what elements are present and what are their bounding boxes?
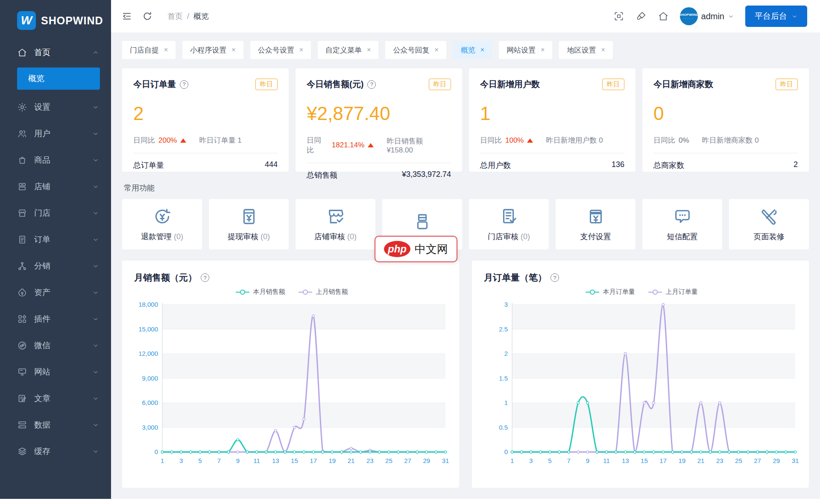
sidebar-item-settings[interactable]: 设置	[0, 94, 111, 120]
sidebar-item-data[interactable]: 数据	[0, 412, 111, 438]
database-icon	[17, 420, 27, 430]
refresh-icon[interactable]	[142, 11, 153, 22]
sidebar-item-assets[interactable]: 资产	[0, 279, 111, 306]
close-icon[interactable]: ×	[434, 46, 438, 54]
legend-last-month[interactable]: 上月订单量	[648, 288, 698, 296]
user-menu[interactable]: SHOPWIND········· admin	[680, 7, 734, 25]
collapse-sidebar-icon[interactable]	[121, 11, 132, 22]
chevron-down-icon	[92, 369, 99, 375]
svg-text:11: 11	[603, 457, 610, 464]
sidebar-item-shops[interactable]: 店铺	[0, 173, 111, 200]
sidebar-item-distribution[interactable]: 分销	[0, 253, 111, 279]
tab-region-settings[interactable]: 地区设置×	[559, 41, 612, 59]
platform-backend-button[interactable]: 平台后台	[745, 6, 807, 27]
help-icon[interactable]: ?	[180, 80, 188, 89]
sidebar-item-plugins[interactable]: 插件	[0, 306, 111, 332]
breadcrumb-home[interactable]: 首页	[167, 11, 183, 21]
legend-swatch-icon	[585, 289, 600, 295]
chevron-down-icon	[791, 13, 798, 20]
svg-text:15: 15	[641, 457, 648, 464]
tab-website-settings[interactable]: 网站设置×	[499, 41, 552, 59]
yesterday-badge[interactable]: 昨日	[255, 79, 278, 90]
tab-miniprogram-settings[interactable]: 小程序设置×	[182, 41, 243, 59]
svg-text:3,000: 3,000	[142, 424, 158, 431]
gear-icon	[17, 102, 27, 112]
logo-mark-icon: W	[17, 11, 36, 30]
yesterday-badge[interactable]: 昨日	[602, 79, 624, 90]
main-area: 首页 / 概览 SHOPWIND········· admin 平台后台	[111, 0, 820, 499]
chevron-down-icon	[92, 263, 99, 270]
sidebar-item-home[interactable]: 首页	[0, 39, 111, 66]
home-shortcut-icon[interactable]	[658, 11, 669, 22]
legend-current-month[interactable]: 本月销售额	[235, 288, 285, 296]
sidebar-item-wechat[interactable]: 微信	[0, 332, 111, 359]
tab-custom-menu[interactable]: 自定义菜单×	[318, 41, 378, 59]
fullscreen-icon[interactable]	[613, 11, 624, 22]
stat-card-new-merchants-today: 今日新增商家数 昨日 0 日同比 0% 昨日新增商家数 0 总商家数 2	[642, 68, 809, 172]
close-icon[interactable]: ×	[367, 46, 371, 54]
help-icon[interactable]: ?	[201, 273, 209, 282]
chevron-down-icon	[92, 104, 99, 111]
quick-action-withdraw-review[interactable]: 提现审核 (0)	[209, 199, 289, 249]
svg-text:27: 27	[404, 457, 411, 464]
svg-text:19: 19	[678, 457, 685, 464]
svg-text:3: 3	[179, 457, 183, 464]
quick-actions-row: 退款管理 (0) 提现审核 (0) 店铺审核 (0) php 中文网 门	[111, 199, 820, 249]
tab-store-pickup[interactable]: 门店自提×	[122, 41, 176, 59]
legend-last-month[interactable]: 上月销售额	[298, 288, 348, 296]
sidebar-item-cache[interactable]: 缓存	[0, 438, 111, 465]
close-icon[interactable]: ×	[541, 46, 545, 54]
sidebar-item-articles[interactable]: 文章	[0, 385, 111, 412]
tab-official-account-reply[interactable]: 公众号回复×	[385, 41, 446, 59]
svg-text:0.5: 0.5	[499, 424, 508, 431]
chevron-down-icon	[92, 316, 99, 322]
svg-text:7: 7	[567, 457, 570, 464]
quick-action-storage[interactable]: php 中文网	[382, 199, 462, 249]
stat-card-new-users-today: 今日新增用户数 昨日 1 日同比 100% 昨日新增用户数 0 总用户数 136	[469, 68, 636, 172]
sidebar-item-stores[interactable]: 门店	[0, 200, 111, 226]
close-icon[interactable]: ×	[480, 46, 484, 54]
yesterday-badge[interactable]: 昨日	[776, 79, 798, 90]
close-icon[interactable]: ×	[601, 46, 605, 54]
legend-current-month[interactable]: 本月订单量	[585, 288, 635, 296]
quick-action-refund[interactable]: 退款管理 (0)	[122, 199, 202, 249]
storefront-icon	[17, 208, 27, 218]
message-bubble-icon	[673, 207, 692, 226]
stat-value: 1	[480, 103, 624, 124]
monthly-orders-chart-card: 月订单量（笔） ? 本月订单量 上月订单量 00.511.522.5313579…	[472, 261, 809, 488]
help-icon[interactable]: ?	[551, 273, 559, 282]
sidebar-item-goods[interactable]: 商品	[0, 147, 111, 173]
svg-text:29: 29	[423, 457, 430, 464]
help-icon[interactable]: ?	[367, 80, 376, 89]
sidebar-item-overview[interactable]: 概览	[17, 67, 100, 90]
svg-text:5: 5	[198, 457, 202, 464]
chevron-down-icon	[92, 289, 99, 296]
users-icon	[17, 129, 27, 139]
tab-overview[interactable]: 概览×	[453, 41, 492, 59]
app-logo: W SHOPWIND	[0, 0, 111, 39]
sidebar-item-orders[interactable]: 订单	[0, 226, 111, 253]
quick-action-shop-review[interactable]: 店铺审核 (0)	[296, 199, 375, 249]
quick-action-payment-settings[interactable]: 支付设置	[556, 199, 636, 249]
svg-text:17: 17	[659, 457, 667, 464]
article-icon	[17, 393, 27, 404]
chevron-down-icon	[92, 236, 99, 243]
close-icon[interactable]: ×	[164, 46, 168, 54]
brush-icon[interactable]	[636, 11, 647, 22]
sidebar-item-users[interactable]: 用户	[0, 120, 111, 147]
svg-text:5: 5	[548, 457, 551, 464]
svg-text:3: 3	[529, 457, 533, 464]
close-icon[interactable]: ×	[231, 46, 235, 54]
svg-text:21: 21	[697, 457, 705, 464]
tab-official-account-settings[interactable]: 公众号设置×	[250, 41, 311, 59]
svg-text:18,000: 18,000	[138, 301, 158, 308]
yesterday-badge[interactable]: 昨日	[429, 79, 451, 90]
close-icon[interactable]: ×	[299, 46, 303, 54]
quick-action-sms-config[interactable]: 短信配置	[642, 199, 722, 249]
avatar[interactable]: SHOPWIND·········	[680, 7, 698, 25]
sidebar-item-website[interactable]: 网站	[0, 359, 111, 385]
quick-action-store-review[interactable]: 门店审核 (0)	[469, 199, 549, 249]
trend-up-icon	[527, 138, 533, 143]
svg-text:23: 23	[716, 457, 723, 464]
quick-action-page-decorate[interactable]: 页面装修	[729, 199, 809, 249]
